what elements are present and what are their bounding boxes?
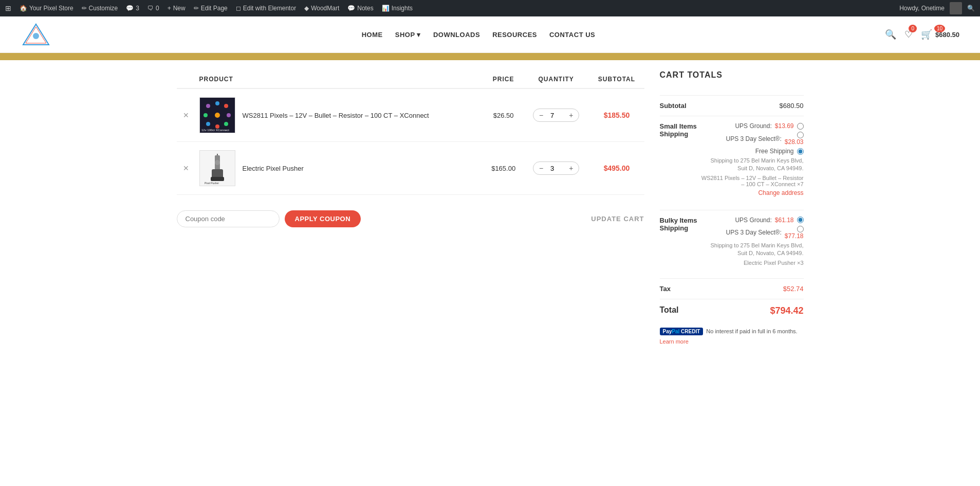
qty-decrease-2[interactable]: − [534,162,548,174]
svg-point-13 [224,122,228,126]
svg-point-8 [204,113,208,117]
svg-text:Pixel Pusher: Pixel Pusher [205,182,219,185]
bulky-items-shipping-row: Bulky Items Shipping UPS Ground: $61.18 … [660,210,804,278]
small-items-options: UPS Ground: $13.69 UPS 3 Day Select®: $2… [701,122,804,200]
coupon-input[interactable] [177,210,280,227]
svg-point-7 [224,104,228,108]
paypal-credit-badge: PayPal CREDIT [660,328,704,335]
small-ups-3day-radio[interactable] [797,132,804,138]
customize-label: Customize [89,5,118,12]
admin-bar-insights[interactable]: 📊 Insights [382,5,413,12]
admin-greeting: Howdy, Onetime [899,5,945,12]
admin-bar-wp-logo[interactable]: ⊞ [5,4,11,12]
col-qty-header: QUANTITY [523,70,589,88]
qty-increase-2[interactable]: + [564,162,578,174]
svg-point-19 [215,160,220,165]
small-items-shipping-row: Small Items Shipping UPS Ground: $13.69 … [660,116,804,210]
admin-bar-customize[interactable]: ✏ Customize [82,5,118,12]
cart-icon[interactable]: 🛒 [921,29,932,40]
svg-point-9 [215,113,220,118]
admin-bar-comments[interactable]: 💬 3 [126,5,139,12]
admin-search-icon[interactable]: 🔍 [967,5,975,12]
admin-avatar [950,2,962,14]
product-cell-1: 12v 100ct XConnect WS2811 Pixels – 12V –… [199,97,480,133]
nav-home[interactable]: HOME [362,31,383,39]
admin-bar-new[interactable]: + New [168,5,186,12]
nav-downloads[interactable]: DOWNLOADS [433,31,480,39]
wp-icon: ⊞ [5,4,11,12]
svg-rect-18 [211,177,224,181]
svg-point-6 [215,101,219,105]
qty-input-1[interactable] [548,112,564,119]
bulky-ups-3day-radio[interactable] [797,226,804,232]
admin-bar-site-name[interactable]: 🏠 Your Pixel Store [20,5,73,12]
woodmart-icon: ◆ [304,5,309,12]
edit-page-label: Edit Page [201,5,228,12]
paypal-credit-description: No interest if paid in full in 6 months. [706,328,797,334]
small-ups-ground-radio[interactable] [797,123,804,130]
apply-coupon-button[interactable]: APPLY COUPON [285,210,361,227]
main-nav: HOME SHOP ▾ DOWNLOADS RESOURCES CONTACT … [72,31,885,39]
notes-label: Notes [357,5,373,12]
site-logo[interactable]: Your Pixel Store [21,22,51,47]
wishlist-badge: 0 [909,25,917,32]
col-remove [177,70,195,88]
bulky-items-option-2: UPS 3 Day Select®: $77.18 [701,226,804,240]
small-free-shipping-radio[interactable] [797,148,804,155]
product-price-1: $26.50 [484,88,523,142]
admin-bar-right: Howdy, Onetime 🔍 [899,2,975,14]
update-cart-button[interactable]: UPDATE CART [591,215,644,223]
product-subtotal-2: $495.00 [589,142,644,195]
small-items-option-2: UPS 3 Day Select®: $28.03 [701,132,804,146]
small-items-option-3: Free Shipping [701,148,804,155]
coupon-row: APPLY COUPON UPDATE CART [177,205,644,232]
cart-totals-title: CART TOTALS [660,70,804,85]
qty-input-2[interactable] [548,165,564,172]
admin-bar-elementor[interactable]: ◻ Edit with Elementor [236,5,296,12]
logo-svg: Your Pixel Store [21,22,51,47]
messages-icon: 🗨 [147,5,154,12]
messages-count: 0 [156,5,159,12]
bulky-items-options: UPS Ground: $61.18 UPS 3 Day Select®: $7… [701,217,804,268]
bulky-items-label: Bulky Items Shipping [660,217,701,268]
learn-more-link[interactable]: Learn more [660,338,804,345]
search-icon[interactable]: 🔍 [885,29,896,40]
paypal-section: PayPal CREDIT No interest if paid in ful… [660,328,804,345]
small-items-address: Shipping to 275 Bel Marin Keys Blvd, Sui… [701,157,804,173]
remove-item-2-button[interactable]: ✕ [181,162,191,174]
product-cell-2: Pixel Pusher Electric Pixel Pusher [199,150,480,186]
admin-bar-edit-page[interactable]: ✏ Edit Page [194,5,228,12]
remove-item-1-button[interactable]: ✕ [181,109,191,121]
elementor-label: Edit with Elementor [243,5,296,12]
qty-decrease-1[interactable]: − [534,109,548,121]
admin-bar-messages[interactable]: 🗨 0 [147,5,159,12]
small-items-change-address[interactable]: Change address [701,189,804,196]
svg-point-10 [227,113,231,117]
qty-increase-1[interactable]: + [564,109,578,121]
admin-bar-notes[interactable]: 💬 Notes [347,5,373,12]
cart-wrapper: 🛒 10 $680.50 [921,29,959,40]
bulky-ups-ground-radio[interactable] [797,217,804,223]
total-value: $794.42 [770,305,803,316]
nav-resources[interactable]: RESOURCES [492,31,537,39]
table-row: ✕ [177,142,644,195]
subtotal-value: $680.50 [780,102,804,110]
bulky-items-address: Shipping to 275 Bel Marin Keys Blvd, Sui… [701,242,804,258]
nav-shop[interactable]: SHOP ▾ [395,31,421,39]
svg-text:12v 100ct XConnect: 12v 100ct XConnect [201,129,229,132]
tax-row: Tax $52.74 [660,278,804,299]
subtotal-row: Subtotal $680.50 [660,95,804,116]
small-items-header: Small Items Shipping UPS Ground: $13.69 … [660,122,804,200]
bulky-items-header: Bulky Items Shipping UPS Ground: $61.18 … [660,217,804,268]
customize-icon: ✏ [82,5,87,12]
cart-count-badge: 10 [934,25,945,32]
product-image-2: Pixel Pusher [199,150,235,186]
main-content: PRODUCT PRICE QUANTITY SUBTOTAL ✕ [156,60,824,355]
tax-value: $52.74 [783,285,804,293]
total-row: Total $794.42 [660,299,804,322]
admin-bar-woodmart[interactable]: ◆ WoodMart [304,5,339,12]
bulky-items-option-1: UPS Ground: $61.18 [701,217,804,224]
nav-contact[interactable]: CONTACT US [549,31,595,39]
paypal-credit-text: PayPal CREDIT No interest if paid in ful… [660,328,804,335]
comments-icon: 💬 [126,5,134,12]
